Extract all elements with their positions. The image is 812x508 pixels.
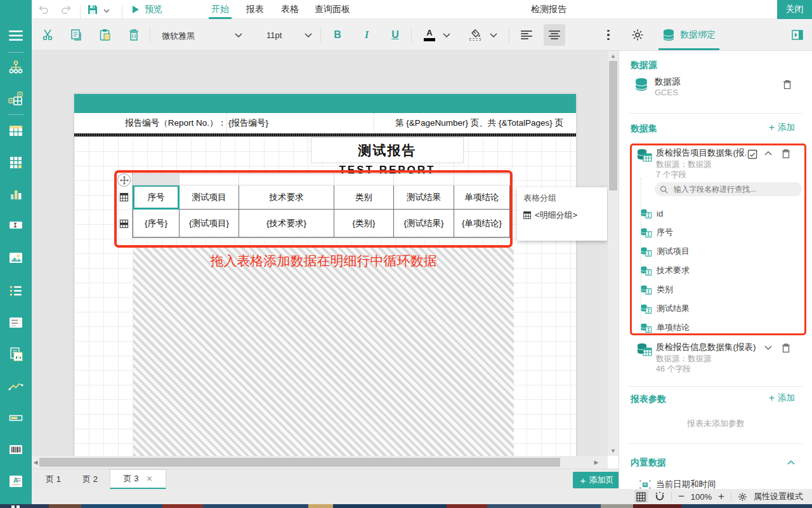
builtin-collapse-chevron-up[interactable]	[787, 460, 795, 465]
subreport-icon[interactable]	[8, 347, 23, 362]
undo-icon[interactable]	[38, 0, 49, 19]
detail-cell[interactable]: {测试结果}	[394, 210, 454, 237]
dataset1-collapse-chevron-up[interactable]	[764, 151, 772, 156]
column-selector[interactable]	[454, 174, 510, 185]
mode-gear-icon[interactable]	[738, 492, 747, 502]
fill-color-chevron[interactable]	[490, 27, 497, 43]
font-color-chevron[interactable]	[443, 27, 450, 43]
field-item[interactable]: 序号	[641, 226, 673, 239]
table-header-row[interactable]: 序号 测试项目 技术要求 类别 测试结果 单项结论	[133, 185, 509, 210]
field-item[interactable]: 技术要求	[641, 264, 690, 277]
collapse-panel-icon[interactable]	[789, 27, 806, 43]
tab-report[interactable]: 报表	[244, 0, 266, 19]
design-grid[interactable]: 测试报告 TEST REPORT	[74, 137, 576, 456]
page-tab-3-active[interactable]: 页 3 ✕	[110, 469, 166, 490]
report-number-row[interactable]: 报告编号（Report No.）： {报告编号} 第 {&PageNumber}…	[74, 113, 576, 133]
bold-button[interactable]: B	[329, 27, 346, 43]
vertical-scrollbar[interactable]: ▲ ▼	[608, 51, 619, 456]
menu-icon[interactable]	[8, 28, 23, 43]
dataset2-title[interactable]: 质检报告信息数据集(报表)	[656, 342, 757, 353]
dataset1-title[interactable]: 质检报告项目数据集(报...	[656, 147, 746, 159]
underline-button[interactable]: U	[387, 27, 403, 43]
page-tab-2[interactable]: 页 2	[75, 469, 105, 490]
grid-toggle-icon[interactable]	[634, 490, 648, 503]
sparkline-icon[interactable]	[8, 378, 23, 394]
settings-gear-icon[interactable]	[629, 27, 646, 43]
dataset1-delete-icon[interactable]	[782, 149, 790, 159]
save-icon[interactable]	[88, 0, 98, 19]
scroll-down-arrow[interactable]: ▼	[608, 448, 619, 454]
table-icon[interactable]	[8, 123, 23, 138]
image-icon[interactable]	[8, 250, 23, 265]
field-item-id[interactable]: id	[641, 207, 663, 220]
matrix-icon[interactable]	[8, 155, 23, 170]
align-left-icon[interactable]	[518, 27, 535, 43]
preview-button[interactable]: 预览	[142, 0, 165, 19]
close-tab-icon[interactable]: ✕	[146, 474, 152, 483]
report-page[interactable]: 报告编号（Report No.）： {报告编号} 第 {&PageNumber}…	[74, 94, 576, 456]
field-item[interactable]: 测试结果	[641, 302, 690, 315]
design-table[interactable]: 序号 测试项目 技术要求 类别 测试结果 单项结论 {序号} {测试项目} {技…	[132, 173, 510, 238]
barcode-icon[interactable]	[8, 442, 23, 457]
delete-icon[interactable]	[126, 27, 142, 43]
data-binding-button[interactable]: 数据绑定	[680, 19, 716, 51]
zoom-in-icon[interactable]: +	[718, 490, 724, 503]
header-cell[interactable]: 测试项目	[180, 185, 239, 210]
hierarchy-icon[interactable]	[8, 60, 23, 75]
font-family-chevron[interactable]	[235, 27, 242, 43]
font-family-select[interactable]: 微软雅黑	[162, 30, 195, 42]
font-size-select[interactable]: 11pt	[266, 30, 282, 40]
header-cell[interactable]: 单项结论	[454, 185, 510, 210]
font-size-chevron[interactable]	[304, 27, 312, 43]
header-cell[interactable]: 技术要求	[239, 185, 334, 210]
vertical-scroll-thumb[interactable]	[609, 61, 617, 190]
cut-icon[interactable]	[40, 27, 56, 43]
add-page-button[interactable]: + 添加页	[573, 472, 621, 488]
report-number-label[interactable]: 报告编号（Report No.）：	[74, 113, 226, 133]
dataset1-edit-icon[interactable]	[747, 149, 757, 159]
tab-home[interactable]: 开始	[209, 0, 232, 19]
zoom-level[interactable]: 100%	[691, 492, 712, 502]
field-item[interactable]: 测试项目	[641, 245, 690, 258]
zoom-out-icon[interactable]: −	[678, 490, 684, 503]
column-selector-strip[interactable]	[133, 174, 509, 185]
column-selector[interactable]	[239, 174, 334, 185]
detail-cell[interactable]: {序号}	[133, 210, 180, 237]
fill-color-icon[interactable]	[467, 27, 483, 43]
progress-bar-icon[interactable]	[8, 410, 23, 425]
detail-group-item[interactable]: <明细分组>	[517, 208, 607, 223]
save-dropdown-chevron[interactable]	[103, 1, 110, 20]
align-center-icon[interactable]	[544, 24, 565, 46]
field-item[interactable]: 单项结论	[641, 321, 690, 334]
table-move-handle[interactable]	[117, 173, 131, 187]
tab-query-panel[interactable]: 查询面板	[312, 0, 353, 19]
nested-report-icon[interactable]	[8, 91, 23, 107]
form-icon[interactable]	[8, 315, 23, 330]
horizontal-scrollbar[interactable]: ◀ ▶	[32, 456, 608, 469]
field-item[interactable]: 类别	[641, 283, 673, 296]
horizontal-scroll-thumb[interactable]	[39, 458, 560, 467]
header-row-handle[interactable]	[119, 192, 129, 202]
paste-icon[interactable]	[97, 27, 114, 43]
column-selector[interactable]	[133, 174, 180, 185]
rich-text-icon[interactable]: A	[8, 474, 23, 489]
column-selector[interactable]	[394, 174, 454, 185]
scroll-left-arrow[interactable]: ◀	[32, 459, 39, 465]
redo-icon[interactable]	[61, 0, 72, 19]
scroll-right-arrow[interactable]: ▶	[593, 459, 600, 465]
report-number-field[interactable]: {报告编号}	[226, 113, 374, 133]
report-header-band[interactable]	[74, 94, 576, 113]
page-info-field[interactable]: 第 {&PageNumber} 页、共 {&TotalPages} 页	[374, 113, 576, 133]
chart-icon[interactable]	[8, 187, 23, 202]
datasource-name[interactable]: 数据源	[655, 76, 681, 88]
header-cell[interactable]: 测试结果	[394, 185, 454, 210]
property-mode-label[interactable]: 属性设置模式	[754, 491, 803, 502]
builtin-item-datetime[interactable]: 当前日期和时间	[639, 479, 716, 489]
detail-cell[interactable]: {技术要求}	[239, 210, 334, 237]
dataset2-delete-icon[interactable]	[782, 343, 790, 353]
copy-icon[interactable]	[69, 27, 85, 43]
database-icon[interactable]	[660, 27, 677, 43]
textbox-icon[interactable]	[8, 217, 23, 232]
field-search-input[interactable]	[655, 182, 802, 196]
datasource-delete-icon[interactable]	[783, 79, 792, 90]
